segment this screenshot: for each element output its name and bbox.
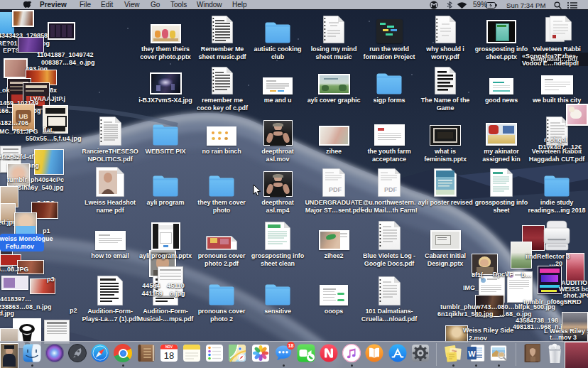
svg-text:mga: mga (452, 350, 457, 353)
svg-text:PDF: PDF (329, 186, 342, 193)
svg-text:PDF: PDF (384, 186, 398, 193)
svg-text:W: W (468, 350, 476, 358)
svg-text:NOV: NOV (165, 345, 173, 349)
svg-text:18: 18 (164, 350, 174, 361)
